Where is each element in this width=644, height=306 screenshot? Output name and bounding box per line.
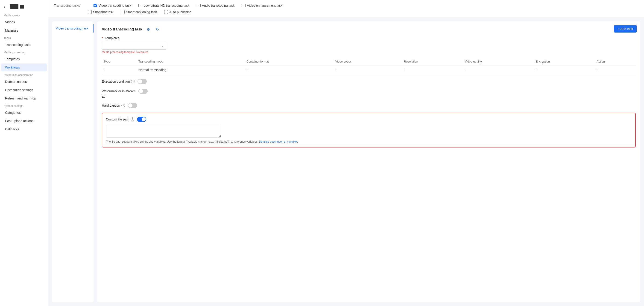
topbar-row1: Transcoding tasks Video transcoding task…: [54, 4, 638, 7]
custom-path-toggle-row: Custom file path ?: [106, 117, 632, 122]
custom-file-path-section: Custom file path ? The file path support…: [102, 113, 636, 147]
hard-caption-toggle[interactable]: [128, 103, 137, 108]
templates-select-wrapper: ⌄: [102, 42, 166, 50]
content-area: Video transcoding task Video transcoding…: [48, 18, 644, 306]
add-task-button[interactable]: + Add task: [614, 25, 637, 33]
required-asterisk: *: [102, 36, 103, 40]
cell-container-format: -: [244, 66, 333, 74]
checkbox-video-transcoding-input[interactable]: [94, 4, 97, 7]
checkbox-video-transcoding[interactable]: Video transcoding task: [94, 4, 131, 7]
checkbox-low-bitrate[interactable]: Low-bitrate HD transcoding task: [138, 4, 189, 7]
checkbox-video-enhancement-label: Video enhancement task: [247, 4, 282, 7]
custom-file-path-input[interactable]: [106, 125, 221, 137]
validation-message: Media processing template is required: [102, 51, 636, 54]
checkbox-smart-captioning[interactable]: Smart captioning task: [121, 10, 157, 14]
section-label-media-processing: Media processing: [0, 49, 48, 55]
back-button[interactable]: ‹: [4, 5, 8, 9]
config-panel: Video transcoding task ⚙ ↻ + Add task * …: [97, 22, 640, 302]
col-container-format: Container format: [244, 57, 333, 66]
cell-encryption: -: [534, 66, 595, 74]
hard-caption-row: Hard caption ?: [102, 103, 636, 108]
topbar-label: Transcoding tasks: [54, 4, 86, 7]
checkbox-audio-transcoding-label: Audio transcoding task: [202, 4, 235, 7]
sidebar-item-refresh-warmup[interactable]: Refresh and warm-up: [2, 94, 47, 102]
task-item-video-transcoding[interactable]: Video transcoding task: [52, 24, 94, 33]
checkbox-auto-publishing[interactable]: Auto publishing: [164, 10, 192, 14]
sidebar-item-transcoding-tasks[interactable]: Transcoding tasks: [2, 41, 47, 49]
watermark-label: Watermark or in-stream: [102, 89, 136, 93]
hard-caption-help-icon[interactable]: ?: [122, 104, 125, 107]
sidebar-item-videos[interactable]: Videos: [2, 18, 47, 26]
col-resolution: Resolution: [402, 57, 463, 66]
detailed-description-link[interactable]: Detailed description of variables: [259, 140, 298, 143]
settings-icon-btn[interactable]: ⚙: [145, 26, 152, 33]
execution-condition-help-icon[interactable]: ?: [131, 80, 135, 83]
table-header-row: Type Transcoding mode Container format V…: [102, 57, 636, 66]
checkbox-low-bitrate-input[interactable]: [138, 4, 142, 7]
topbar: Transcoding tasks Video transcoding task…: [48, 0, 644, 18]
table-body: - Normal transcoding - - - - - -: [102, 66, 636, 74]
custom-file-path-toggle[interactable]: [137, 117, 146, 122]
cell-resolution: -: [402, 66, 463, 74]
checkbox-snapshot-label: Snapshot task: [93, 10, 114, 14]
checkbox-auto-publishing-label: Auto publishing: [169, 10, 192, 14]
table-header: Type Transcoding mode Container format V…: [102, 57, 636, 66]
col-video-quality: Video quality: [463, 57, 534, 66]
checkbox-snapshot[interactable]: Snapshot task: [88, 10, 114, 14]
custom-file-path-label: Custom file path ?: [106, 117, 134, 121]
section-label-system-settings: System settings: [0, 102, 48, 108]
hard-caption-label: Hard caption ?: [102, 104, 125, 107]
checkbox-video-enhancement-input[interactable]: [242, 4, 246, 7]
checkbox-audio-transcoding-input[interactable]: [197, 4, 200, 7]
sidebar-item-post-upload-actions[interactable]: Post-upload actions: [2, 117, 47, 125]
add-task-label: + Add task: [618, 27, 633, 31]
templates-select[interactable]: [102, 42, 166, 50]
task-panel: Video transcoding task: [52, 22, 94, 302]
checkbox-video-transcoding-label: Video transcoding task: [98, 4, 131, 7]
checkbox-snapshot-input[interactable]: [88, 10, 92, 14]
watermark-toggle-row: Watermark or in-stream: [102, 89, 636, 94]
cell-transcoding-mode: Normal transcoding: [136, 66, 244, 74]
sidebar-item-workflows[interactable]: Workflows: [2, 63, 47, 71]
checkbox-video-enhancement[interactable]: Video enhancement task: [242, 4, 282, 7]
config-title: Video transcoding task: [102, 27, 142, 31]
watermark-toggle[interactable]: [138, 89, 148, 94]
sidebar-item-distribution-settings[interactable]: Distribution settings: [2, 86, 47, 94]
cell-action: -: [595, 66, 636, 74]
section-label-media-assets: Media assets: [0, 12, 48, 18]
watermark-group: Watermark or in-stream ad: [102, 89, 636, 98]
task-item-label: Video transcoding task: [56, 27, 88, 30]
transcoding-table: Type Transcoding mode Container format V…: [102, 57, 636, 74]
col-action: Action: [595, 57, 636, 66]
checkbox-low-bitrate-label: Low-bitrate HD transcoding task: [144, 4, 189, 7]
checkbox-audio-transcoding[interactable]: Audio transcoding task: [197, 4, 235, 7]
sidebar-top: ‹: [0, 3, 48, 12]
execution-condition-row: Execution condition ?: [102, 79, 636, 84]
checkbox-smart-captioning-input[interactable]: [121, 10, 124, 14]
sidebar-item-domain-names[interactable]: Domain names: [2, 78, 47, 86]
col-encryption: Encryption: [534, 57, 595, 66]
main-content: Transcoding tasks Video transcoding task…: [48, 0, 644, 306]
sidebar-item-templates[interactable]: Templates: [2, 55, 47, 63]
section-label-distribution: Distribution acceleration: [0, 72, 48, 78]
sidebar-square: [20, 5, 24, 9]
execution-condition-label: Execution condition ?: [102, 80, 135, 83]
cell-video-codec: -: [333, 66, 402, 74]
custom-path-hint: The file path supports fixed strings and…: [106, 140, 632, 143]
cell-video-quality: -: [463, 66, 534, 74]
cell-type: -: [102, 66, 136, 74]
refresh-icon-btn[interactable]: ↻: [154, 26, 161, 33]
section-label-tasks: Tasks: [0, 35, 48, 41]
sidebar-item-categories[interactable]: Categories: [2, 109, 47, 116]
sidebar-item-callbacks[interactable]: Callbacks: [2, 125, 47, 133]
checkbox-smart-captioning-label: Smart captioning task: [126, 10, 157, 14]
templates-label: * Templates: [102, 36, 636, 40]
sidebar-item-materials[interactable]: Materials: [2, 27, 47, 34]
sidebar: ‹ Media assets Videos Materials Tasks Tr…: [0, 0, 48, 306]
execution-condition-toggle[interactable]: [138, 79, 147, 84]
topbar-row2: Snapshot task Smart captioning task Auto…: [54, 10, 638, 14]
col-type: Type: [102, 57, 136, 66]
checkbox-auto-publishing-input[interactable]: [164, 10, 168, 14]
custom-file-path-help-icon[interactable]: ?: [130, 117, 134, 121]
config-header: Video transcoding task ⚙ ↻: [102, 26, 636, 33]
